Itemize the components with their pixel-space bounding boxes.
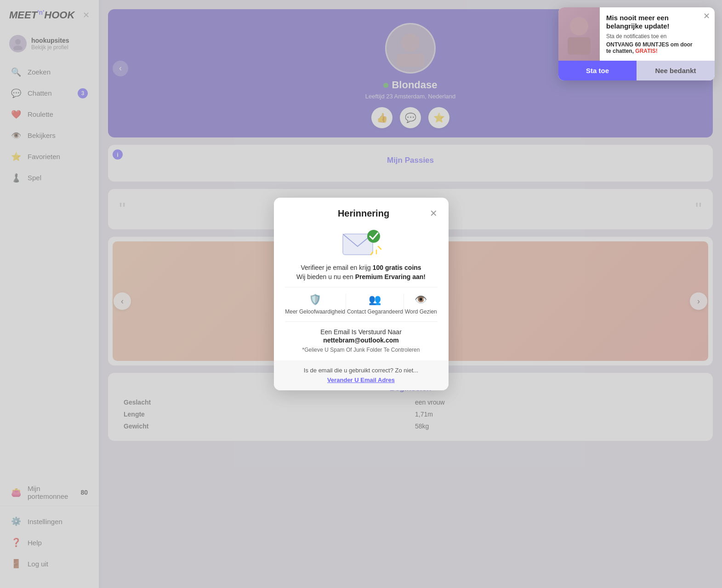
modal-close-button[interactable]: ✕ (430, 208, 438, 219)
modal-title: Herinnering (298, 208, 430, 219)
notif-content: Mis nooit meer een belangrijke update! S… (600, 7, 715, 61)
email-verify-icon (341, 227, 382, 259)
notif-title: Mis nooit meer een belangrijke update! (606, 14, 698, 30)
notification-popup: ✕ Mis nooit meer een belangrijke update!… (558, 7, 715, 80)
svg-point-7 (367, 230, 380, 243)
feature-divider-1 (346, 294, 346, 315)
notif-decline-button[interactable]: Nee bedankt (637, 61, 715, 80)
notif-sub: Sta de notificaties toe en (606, 33, 698, 40)
feature-divider-2 (404, 294, 404, 315)
spam-note: *Gelieve U Spam Of Junk Folder Te Contro… (285, 347, 438, 353)
modal-icon-area (274, 219, 449, 264)
email-address: nettebram@outlook.com (285, 337, 438, 344)
notif-close-button[interactable]: ✕ (703, 11, 710, 21)
modal-sub-text: Wij bieden u nu een Premium Ervaring aan… (285, 273, 438, 280)
modal-header: Herinnering ✕ (274, 198, 449, 219)
svg-rect-12 (568, 37, 591, 55)
overlay: Herinnering ✕ Verifieer je email en krij… (0, 0, 722, 588)
herinnering-modal: Herinnering ✕ Verifieer je email en krij… (274, 198, 449, 390)
notif-free-text: GRATIS! (635, 48, 657, 54)
modal-main-text: Verifieer je email en krijg 100 gratis c… (285, 264, 438, 271)
group-icon: 👥 (369, 294, 381, 306)
change-email-link[interactable]: Verander U Email Adres (327, 377, 395, 383)
notif-buttons: Sta toe Nee bedankt (558, 61, 715, 80)
feature-geloofwaardigheid: 🛡️ Meer Geloofwaardigheid (285, 294, 345, 315)
modal-footer: Is de email die u gebruikt correct? Zo n… (274, 360, 449, 390)
feature-gezien: 👁️ Word Gezien (405, 294, 437, 315)
notif-image (558, 7, 600, 61)
notif-promo: ONTVANG 60 MUNTJES om door te chatten, G… (606, 41, 698, 54)
modal-body: Verifieer je email en krijg 100 gratis c… (274, 264, 449, 360)
feature-contact: 👥 Contact Gegarandeerd (347, 294, 403, 315)
email-sent-label: Een Email Is Verstuurd Naar (285, 328, 438, 336)
notif-top: Mis nooit meer een belangrijke update! S… (558, 7, 715, 61)
notif-accept-button[interactable]: Sta toe (558, 61, 637, 80)
modal-footer-text: Is de email die u gebruikt correct? Zo n… (285, 367, 438, 374)
svg-line-8 (378, 246, 381, 249)
visibility-icon: 👁️ (415, 294, 427, 306)
modal-features: 🛡️ Meer Geloofwaardigheid 👥 Contact Gega… (285, 287, 438, 322)
svg-point-11 (570, 17, 588, 35)
shield-icon: 🛡️ (309, 294, 321, 306)
